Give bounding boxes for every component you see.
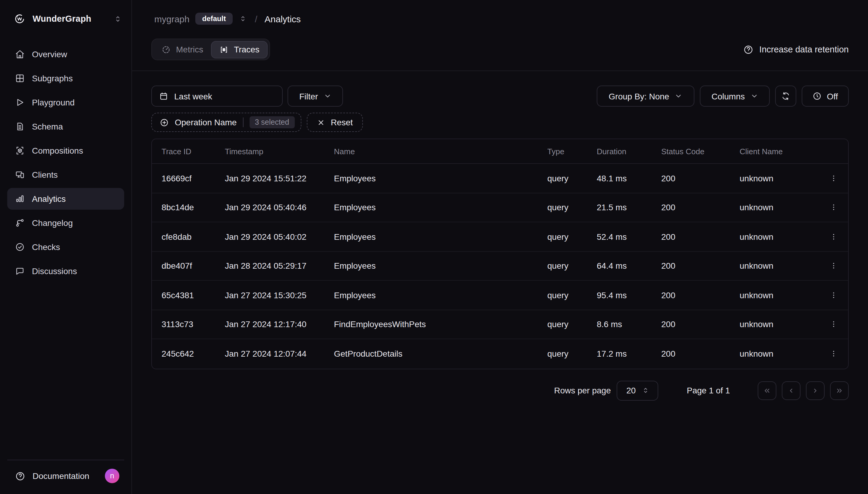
duration-cell: 17.2 ms	[597, 349, 661, 359]
column-header-duration: Duration	[597, 147, 661, 156]
chevron-down-icon	[324, 92, 331, 100]
tab-traces[interactable]: Traces	[211, 41, 268, 58]
sidebar-item-changelog[interactable]: Changelog	[7, 212, 124, 234]
sidebar: WunderGraph Overview Subgraphs Playgroun…	[0, 0, 132, 494]
sidebar-item-label: Schema	[32, 122, 63, 131]
sidebar-footer-divider	[7, 460, 124, 460]
status-code-cell: 200	[661, 203, 740, 212]
date-range-picker[interactable]: Last week	[151, 86, 283, 107]
row-actions-menu-icon[interactable]	[826, 200, 842, 215]
client-name-cell: unknown	[740, 349, 823, 359]
main-content: mygraph default / Analytics Metrics Trac…	[132, 0, 868, 494]
column-header-name: Name	[334, 147, 547, 156]
table-row[interactable]: 16669cf Jan 29 2024 15:51:22 Employees q…	[152, 164, 848, 193]
duration-cell: 21.5 ms	[597, 203, 661, 212]
breadcrumb-separator: /	[255, 14, 257, 24]
tab-label: Traces	[234, 44, 259, 54]
row-actions-menu-icon[interactable]	[826, 346, 842, 362]
reset-filters-button[interactable]: Reset	[307, 113, 363, 132]
rows-per-page-select[interactable]: 20	[617, 380, 659, 400]
namespace-badge[interactable]: default	[196, 13, 233, 25]
increase-data-retention-link[interactable]: Increase data retention	[743, 44, 849, 55]
auto-refresh-toggle[interactable]: Off	[802, 86, 849, 107]
name-cell: GetProductDetails	[334, 349, 547, 359]
breadcrumb: mygraph default / Analytics	[132, 0, 868, 37]
wundergraph-logo-icon	[15, 14, 25, 24]
sidebar-item-subgraphs[interactable]: Subgraphs	[7, 68, 124, 89]
table-row[interactable]: dbe407f Jan 28 2024 05:29:17 Employees q…	[152, 251, 848, 281]
org-switcher[interactable]: WunderGraph	[0, 0, 131, 37]
chevrons-up-down-icon	[642, 387, 649, 394]
chevrons-up-down-icon[interactable]	[239, 15, 246, 22]
timestamp-cell: Jan 29 2024 05:40:02	[225, 232, 334, 242]
sidebar-item-clients[interactable]: Clients	[7, 164, 124, 186]
trace-id-cell: cfe8dab	[152, 232, 225, 242]
trace-id-cell: dbe407f	[152, 261, 225, 271]
type-cell: query	[547, 261, 597, 271]
group-by-button[interactable]: Group By: None	[597, 86, 695, 107]
table-row[interactable]: cfe8dab Jan 29 2024 05:40:02 Employees q…	[152, 222, 848, 251]
row-actions-menu-icon[interactable]	[826, 317, 842, 332]
cube-scan-icon	[15, 146, 25, 155]
message-square-icon	[15, 266, 25, 276]
last-page-button[interactable]	[830, 381, 849, 400]
timestamp-cell: Jan 27 2024 12:17:40	[225, 320, 334, 329]
client-name-cell: unknown	[740, 203, 823, 212]
row-actions-menu-icon[interactable]	[826, 170, 842, 186]
next-page-button[interactable]	[806, 381, 825, 400]
column-header-status-code: Status Code	[661, 147, 740, 156]
active-filters-row: Operation Name 3 selected Reset	[151, 113, 849, 132]
tab-row: Metrics Traces Increase data retention	[151, 39, 849, 60]
name-cell: Employees	[334, 232, 547, 242]
row-actions-menu-icon[interactable]	[826, 258, 842, 274]
sidebar-item-label: Checks	[32, 242, 60, 252]
table-row[interactable]: 3113c73 Jan 27 2024 12:17:40 FindEmploye…	[152, 310, 848, 339]
operation-name-filter-chip[interactable]: Operation Name 3 selected	[151, 113, 301, 132]
calendar-icon	[159, 92, 168, 101]
sidebar-item-analytics[interactable]: Analytics	[7, 188, 124, 210]
row-actions-menu-icon[interactable]	[826, 287, 842, 303]
breadcrumb-graph-name[interactable]: mygraph	[154, 14, 189, 24]
header-divider	[132, 71, 868, 71]
row-actions-menu-icon[interactable]	[826, 229, 842, 245]
page-status: Page 1 of 1	[687, 385, 730, 395]
plus-circle-icon	[160, 118, 169, 127]
column-header-trace-id: Trace ID	[152, 147, 225, 156]
rows-per-page-label: Rows per page	[554, 385, 611, 395]
sidebar-item-label: Subgraphs	[32, 74, 73, 83]
trace-id-cell: 245c642	[152, 349, 225, 359]
gauge-icon	[162, 45, 171, 54]
chevrons-up-down-icon[interactable]	[114, 15, 122, 23]
help-circle-icon	[743, 44, 753, 55]
filter-button[interactable]: Filter	[288, 86, 343, 107]
documentation-link[interactable]: Documentation	[15, 471, 89, 481]
sidebar-item-checks[interactable]: Checks	[7, 236, 124, 258]
filters-toolbar: Last week Filter Group By: None Columns …	[151, 86, 849, 107]
table-row[interactable]: 8bc14de Jan 29 2024 05:40:46 Employees q…	[152, 193, 848, 222]
columns-button[interactable]: Columns	[700, 86, 770, 107]
filter-label: Filter	[299, 91, 318, 101]
sidebar-item-playground[interactable]: Playground	[7, 92, 124, 113]
trace-id-cell: 65c4381	[152, 290, 225, 300]
table-row[interactable]: 65c4381 Jan 27 2024 15:30:25 Employees q…	[152, 281, 848, 310]
barcode-icon	[219, 45, 228, 54]
first-page-button[interactable]	[758, 381, 776, 400]
retention-label: Increase data retention	[759, 44, 849, 54]
trace-id-cell: 3113c73	[152, 320, 225, 329]
previous-page-button[interactable]	[782, 381, 800, 400]
traces-table: Trace ID Timestamp Name Type Duration St…	[151, 138, 849, 369]
sidebar-item-compositions[interactable]: Compositions	[7, 140, 124, 162]
sidebar-nav: Overview Subgraphs Playground Schema Com…	[0, 37, 131, 284]
sidebar-item-schema[interactable]: Schema	[7, 116, 124, 137]
sidebar-item-label: Clients	[32, 170, 58, 179]
sidebar-item-overview[interactable]: Overview	[7, 43, 124, 65]
file-text-icon	[15, 122, 25, 131]
table-row[interactable]: 245c642 Jan 27 2024 12:07:44 GetProductD…	[152, 339, 848, 368]
tab-label: Metrics	[176, 44, 203, 54]
user-avatar[interactable]: n	[105, 469, 119, 483]
tab-metrics[interactable]: Metrics	[154, 41, 211, 58]
refresh-button[interactable]	[775, 86, 796, 107]
column-header-timestamp: Timestamp	[225, 147, 334, 156]
devices-icon	[15, 170, 25, 179]
sidebar-item-discussions[interactable]: Discussions	[7, 260, 124, 282]
